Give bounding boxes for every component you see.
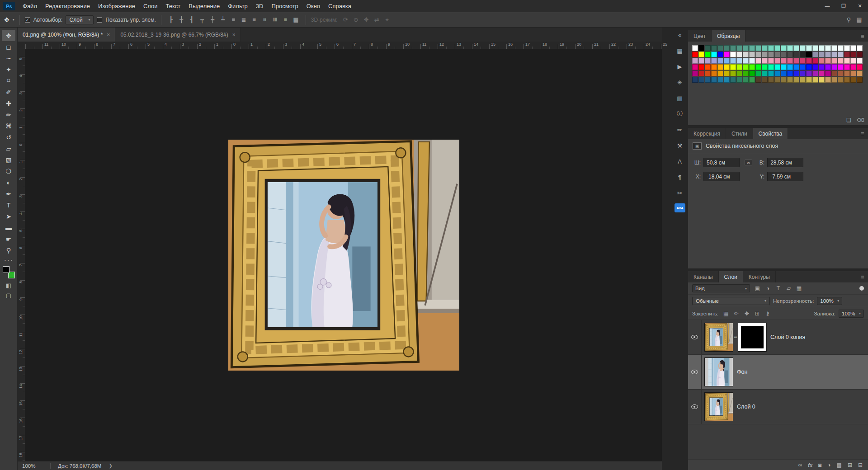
color-swatch[interactable] <box>736 77 742 83</box>
color-swatch[interactable] <box>768 64 774 70</box>
histogram-panel-icon[interactable]: ▥ <box>674 93 685 103</box>
color-swatch[interactable] <box>812 70 818 76</box>
color-swatch[interactable] <box>806 45 812 51</box>
actions-panel-icon[interactable]: ▶ <box>674 61 685 72</box>
color-swatch[interactable] <box>711 64 717 70</box>
collapse-dock-icon[interactable]: « <box>674 29 685 40</box>
color-swatch[interactable] <box>705 64 711 70</box>
color-swatch[interactable] <box>774 70 780 76</box>
visibility-toggle[interactable] <box>688 390 702 424</box>
color-swatch[interactable] <box>762 70 768 76</box>
clone-source-panel-icon[interactable]: ⚒ <box>674 140 685 151</box>
color-swatch[interactable] <box>749 58 755 64</box>
lock-all-icon[interactable]: ⚷ <box>763 310 772 317</box>
color-swatch[interactable] <box>762 64 768 70</box>
color-swatch[interactable] <box>774 52 780 57</box>
tab-close-icon[interactable]: × <box>232 32 236 38</box>
layer-row[interactable]: Слой 0 <box>688 390 868 424</box>
color-swatch[interactable] <box>800 45 806 51</box>
color-swatch[interactable] <box>774 58 780 64</box>
tab-Каналы[interactable]: Каналы <box>688 271 719 282</box>
color-swatch[interactable] <box>755 64 761 70</box>
color-swatch[interactable] <box>781 58 787 64</box>
color-swatch[interactable] <box>711 58 717 64</box>
color-swatch[interactable] <box>730 77 736 83</box>
color-swatch[interactable] <box>774 64 780 70</box>
color-swatch[interactable] <box>711 77 717 83</box>
color-swatch[interactable] <box>749 70 755 76</box>
lock-position-icon[interactable]: ✥ <box>742 310 751 317</box>
filter-adjustment-icon[interactable]: ◑ <box>764 285 772 291</box>
color-swatch[interactable] <box>749 64 755 70</box>
panel-menu-icon[interactable]: ≣ <box>857 30 868 42</box>
search-icon[interactable]: ⚲ <box>844 16 854 23</box>
color-swatch[interactable] <box>730 64 736 70</box>
color-swatch[interactable] <box>787 58 793 64</box>
color-swatch[interactable] <box>724 77 730 83</box>
color-swatch[interactable] <box>844 45 850 51</box>
color-swatch[interactable] <box>743 58 749 64</box>
color-swatch[interactable] <box>831 58 837 64</box>
color-swatch[interactable] <box>812 52 818 57</box>
active-tool-icon[interactable]: ✥ <box>4 16 9 24</box>
color-swatch[interactable] <box>711 52 717 57</box>
foreground-color-swatch[interactable] <box>3 266 9 273</box>
color-swatch[interactable] <box>743 70 749 76</box>
color-swatch[interactable] <box>705 70 711 76</box>
menu-item[interactable]: Окно <box>302 0 324 12</box>
color-swatch[interactable] <box>787 64 793 70</box>
height-field[interactable]: 28,58 см <box>767 158 803 167</box>
color-swatch[interactable] <box>717 77 723 83</box>
color-swatch[interactable] <box>800 77 806 83</box>
color-swatch[interactable] <box>755 52 761 57</box>
color-swatch[interactable] <box>812 64 818 70</box>
layer-row[interactable]: Фон <box>688 355 868 390</box>
color-swatch[interactable] <box>850 52 856 57</box>
color-swatch[interactable] <box>743 64 749 70</box>
lock-transparency-icon[interactable]: ▦ <box>722 310 730 317</box>
color-swatches-widget[interactable] <box>3 266 15 278</box>
color-swatch[interactable] <box>768 70 774 76</box>
color-swatch[interactable] <box>768 52 774 57</box>
color-swatch[interactable] <box>692 70 698 76</box>
lasso-tool[interactable]: ∽ <box>2 52 15 64</box>
snap-panel-icon[interactable]: ✂ <box>674 188 685 198</box>
color-swatch[interactable] <box>698 77 704 83</box>
color-swatch[interactable] <box>825 58 831 64</box>
panel-menu-icon[interactable]: ≣ <box>857 271 868 282</box>
color-swatch[interactable] <box>698 52 704 57</box>
filter-smart-icon[interactable]: ▦ <box>795 285 803 291</box>
menu-item[interactable]: Выделение <box>184 0 224 12</box>
tab-Стили[interactable]: Стили <box>726 128 753 139</box>
layer-effects-icon[interactable]: fx <box>808 462 812 468</box>
color-swatch[interactable] <box>806 58 812 64</box>
color-swatch[interactable] <box>698 64 704 70</box>
color-swatch[interactable] <box>736 70 742 76</box>
color-swatch[interactable] <box>806 77 812 83</box>
swatches-panel-icon[interactable]: ▦ <box>674 45 685 56</box>
distribute-left-icon[interactable]: ≡ <box>261 15 268 24</box>
color-swatch[interactable] <box>812 58 818 64</box>
color-swatch[interactable] <box>762 77 768 83</box>
color-swatch[interactable] <box>850 77 856 83</box>
edit-toolbar-icon[interactable]: • • • <box>5 258 13 262</box>
menu-item[interactable]: 3D <box>252 0 268 12</box>
type-tool[interactable]: T <box>2 199 15 211</box>
tab-Образцы[interactable]: Образцы <box>712 30 745 42</box>
color-swatch[interactable] <box>838 58 844 64</box>
color-swatch[interactable] <box>831 64 837 70</box>
color-swatch[interactable] <box>844 58 850 64</box>
show-controls-checkbox[interactable] <box>97 17 102 23</box>
menu-item[interactable]: Изображение <box>94 0 139 12</box>
navigator-panel-icon[interactable]: ✳ <box>674 77 685 88</box>
color-swatch[interactable] <box>844 64 850 70</box>
character-panel-icon[interactable]: А <box>674 156 685 167</box>
color-swatch[interactable] <box>762 58 768 64</box>
color-swatch[interactable] <box>838 64 844 70</box>
color-swatch[interactable] <box>724 45 730 51</box>
menu-item[interactable]: Справка <box>324 0 355 12</box>
color-swatch[interactable] <box>781 70 787 76</box>
tab-Слои[interactable]: Слои <box>719 271 743 282</box>
color-swatch[interactable] <box>825 45 831 51</box>
color-swatch[interactable] <box>736 45 742 51</box>
